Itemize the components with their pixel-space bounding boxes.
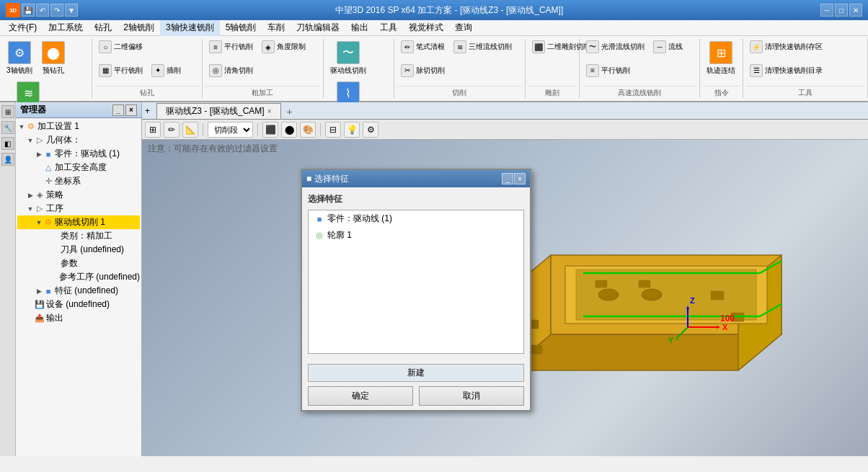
ribbon-btn-3d-flow[interactable]: ≋ 三维流线切削 bbox=[450, 39, 515, 55]
ribbon-btn-3axis-milling[interactable]: ⚙ 3轴铣削 bbox=[3, 39, 36, 78]
vp-btn-sphere[interactable]: ⬤ bbox=[281, 122, 297, 138]
expander-machining-setup[interactable]: ▼ bbox=[17, 123, 26, 131]
tree-item-operations[interactable]: ▼ ▷ 工序 bbox=[17, 202, 140, 215]
redo-icon[interactable]: ↷ bbox=[50, 4, 63, 17]
vp-select-mode[interactable]: 切削段 bbox=[208, 122, 253, 138]
sidebar-icon-2[interactable]: 🔧 bbox=[1, 121, 14, 134]
svg-text:Y: Y bbox=[668, 336, 674, 344]
output-icon: 📤 bbox=[35, 313, 45, 324]
dialog-confirm-button[interactable]: 确定 bbox=[308, 386, 413, 406]
tree-item-device[interactable]: 💾 设备 (undefined) bbox=[17, 298, 140, 311]
tree-item-strategy[interactable]: ▶ ◈ 策略 bbox=[17, 188, 140, 202]
viewport-tab-new[interactable]: + bbox=[281, 104, 298, 119]
menu-5axis[interactable]: 5轴铣削 bbox=[220, 20, 262, 36]
ribbon-btn-parallel-mill[interactable]: ▦ 平行铣削 bbox=[95, 63, 146, 79]
ribbon-btn-2d-offset[interactable]: ○ 二维偏移 bbox=[95, 39, 146, 55]
expander-operations[interactable]: ▼ bbox=[26, 205, 35, 213]
panel-minimize-btn[interactable]: _ bbox=[112, 104, 124, 116]
drive-line-label: 驱动线切削 bbox=[330, 66, 366, 76]
viewport-canvas[interactable]: 注意：可能存在有效的过滤器设置 bbox=[142, 140, 868, 456]
ribbon-btn-clear-cache[interactable]: ⚡ 清理快速铣削存区 bbox=[746, 39, 826, 55]
ribbon-btn-pen-clean[interactable]: ✏ 笔式清根 bbox=[397, 39, 448, 55]
expander-feature[interactable]: ▶ bbox=[35, 287, 43, 295]
select-feature-dialog[interactable]: ■ 选择特征 _ × 选择特征 ■ 零件：驱动线 (1) bbox=[301, 169, 531, 411]
menu-query[interactable]: 查询 bbox=[449, 20, 478, 36]
menu-machining-system[interactable]: 加工系统 bbox=[43, 20, 89, 36]
ribbon-btn-corner-clean[interactable]: ◎ 清角切削 bbox=[205, 63, 257, 79]
menu-tool-path-editor[interactable]: 刀轨编辑器 bbox=[291, 20, 345, 36]
tree-item-tool[interactable]: 刀具 (undefined) bbox=[17, 243, 140, 257]
tree-item-machining-setup[interactable]: ▼ ⚙ 加工设置 1 bbox=[17, 120, 140, 133]
expander-drive-cut[interactable]: ▼ bbox=[35, 218, 43, 227]
dialog-list-item-part[interactable]: ■ 零件：驱动线 (1) bbox=[309, 210, 523, 227]
sidebar-icon-3[interactable]: ◧ bbox=[1, 137, 14, 150]
ribbon-btn-track-connect[interactable]: ⊞ 轨迹连结 bbox=[703, 39, 739, 78]
menu-2axis-milling[interactable]: 2轴铣削 bbox=[118, 20, 160, 36]
sidebar-icon-4[interactable]: 👤 bbox=[1, 153, 14, 166]
vp-btn-settings[interactable]: ⚙ bbox=[363, 122, 378, 138]
tree-item-part[interactable]: ▶ ■ 零件：驱动线 (1) bbox=[17, 147, 140, 161]
ribbon-btn-clear-dir[interactable]: ☰ 清理快速铣削目录 bbox=[746, 63, 826, 79]
options-icon[interactable]: ▼ bbox=[65, 4, 78, 17]
close-button[interactable]: ✕ bbox=[849, 4, 862, 17]
tree-item-ref-op[interactable]: 参考工序 (undefined) bbox=[17, 270, 140, 284]
ribbon-btn-parallel-mill3[interactable]: ≡ 平行铣削 bbox=[583, 63, 634, 79]
tree-item-output[interactable]: 📤 输出 bbox=[17, 311, 140, 325]
ribbon-btn-angle-limit[interactable]: ◈ 角度限制 bbox=[258, 39, 309, 55]
angle-limit-icon: ◈ bbox=[262, 40, 275, 53]
parallel-mill2-label: 平行铣削 bbox=[224, 42, 253, 52]
ribbon-btn-parallel-mill2[interactable]: ≡ 平行铣削 bbox=[205, 39, 257, 55]
tree-item-safety-height[interactable]: △ 加工安全高度 bbox=[17, 161, 140, 174]
panel-header-buttons[interactable]: _ × bbox=[112, 104, 137, 116]
expander-geometry[interactable]: ▼ bbox=[26, 136, 35, 145]
panel-close-btn[interactable]: × bbox=[125, 104, 137, 116]
menu-output[interactable]: 输出 bbox=[345, 20, 374, 36]
ribbon-btn-pre-drill[interactable]: ⬤ 预钻孔 bbox=[37, 39, 69, 78]
menu-tools[interactable]: 工具 bbox=[374, 20, 403, 36]
ribbon-btn-drive-line[interactable]: 〜 驱动线切削 bbox=[327, 39, 370, 78]
tree-item-coordinate[interactable]: ✛ 坐标系 bbox=[17, 174, 140, 188]
vp-btn-light[interactable]: 💡 bbox=[344, 122, 360, 138]
save-icon[interactable]: 💾 bbox=[22, 4, 35, 17]
expander-part[interactable]: ▶ bbox=[35, 150, 43, 159]
tab-add-left[interactable]: + bbox=[142, 103, 156, 119]
menu-drilling[interactable]: 钻孔 bbox=[89, 20, 118, 36]
ribbon-btn-insert-cut[interactable]: ✦ 插削 bbox=[148, 63, 185, 79]
vp-separator-3 bbox=[320, 123, 321, 136]
title-bar-quick-access[interactable]: 💾 ↶ ↷ ▼ bbox=[22, 4, 78, 17]
maximize-button[interactable]: □ bbox=[835, 4, 848, 17]
vp-btn-grid[interactable]: ⊟ bbox=[325, 122, 341, 138]
menu-view-style[interactable]: 视觉样式 bbox=[403, 20, 449, 36]
menu-turning[interactable]: 车削 bbox=[262, 20, 291, 36]
dialog-close-btn[interactable]: × bbox=[514, 173, 526, 184]
vp-btn-render[interactable]: 🎨 bbox=[300, 122, 316, 138]
dialog-cancel-button[interactable]: 取消 bbox=[419, 386, 524, 406]
tree-item-feature[interactable]: ▶ ■ 特征 (undefined) bbox=[17, 284, 140, 298]
expander-strategy[interactable]: ▶ bbox=[26, 191, 35, 200]
viewport-tab-main[interactable]: 驱动线Z3 - [驱动线_CAM] × bbox=[156, 103, 281, 119]
vp-btn-cube[interactable]: ⬛ bbox=[262, 122, 278, 138]
menu-3axis-quick[interactable]: 3轴快速铣削 bbox=[160, 20, 220, 36]
menu-file[interactable]: 文件(F) bbox=[3, 20, 43, 36]
tree-item-params[interactable]: 参数 bbox=[17, 257, 140, 270]
vp-btn-measure[interactable]: 📐 bbox=[182, 122, 198, 138]
undo-icon[interactable]: ↶ bbox=[36, 4, 49, 17]
viewport-tab-close[interactable]: × bbox=[267, 107, 272, 115]
dialog-close-buttons[interactable]: _ × bbox=[502, 173, 526, 184]
tree-item-geometry[interactable]: ▼ ▷ 几何体： bbox=[17, 133, 140, 147]
dialog-list-item-contour[interactable]: ◎ 轮廓 1 bbox=[309, 227, 523, 244]
vp-btn-edit[interactable]: ✏ bbox=[164, 122, 180, 138]
minimize-button[interactable]: ─ bbox=[820, 4, 833, 17]
expander-safety[interactable] bbox=[35, 164, 43, 172]
ribbon-btn-pulse-cut[interactable]: ✂ 脉切切削 bbox=[397, 63, 448, 79]
window-controls[interactable]: ─ □ ✕ bbox=[820, 4, 862, 17]
ribbon-btn-smooth-flow2[interactable]: 〜 光滑流线切削 bbox=[583, 39, 648, 55]
tree-item-drive-cut[interactable]: ▼ ⚙ 驱动线切削 1 bbox=[17, 215, 140, 229]
sidebar-icon-1[interactable]: ⊞ bbox=[1, 105, 14, 118]
vp-btn-copy[interactable]: ⊞ bbox=[145, 122, 161, 138]
dialog-minimize-btn[interactable]: _ bbox=[502, 173, 513, 184]
expander-coord[interactable] bbox=[35, 177, 43, 186]
insert-cut-icon: ✦ bbox=[151, 64, 164, 77]
dialog-new-button[interactable]: 新建 bbox=[308, 364, 524, 382]
ribbon-btn-streamline[interactable]: ─ 流线 bbox=[650, 39, 686, 55]
